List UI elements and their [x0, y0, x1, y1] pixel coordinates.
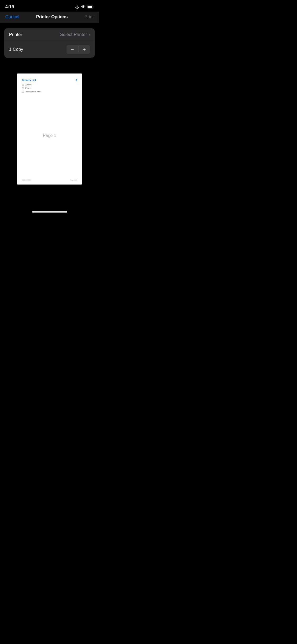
page-title: Printer Options: [36, 14, 68, 20]
home-indicator: [32, 211, 67, 213]
page-center: Page 1: [22, 94, 77, 177]
checkbox-icon: [22, 87, 24, 89]
doc-header: Grocery List 3: [22, 79, 77, 81]
list-item-text: Pears: [25, 87, 31, 89]
increment-button[interactable]: +: [78, 45, 90, 54]
document-preview-area: Grocery List 3 Apples Pears Take out the…: [0, 68, 99, 190]
doc-count: 3: [76, 79, 77, 81]
list-item: Apples: [22, 84, 77, 86]
footer-page-count: Page 1 of 1: [70, 179, 77, 181]
chevron-right-icon: ›: [88, 32, 90, 37]
copy-stepper[interactable]: − +: [67, 45, 90, 54]
select-printer-text: Select Printer: [60, 32, 87, 37]
page-footer: 2/1/21, 4:19 PM Page 1 of 1: [22, 177, 77, 181]
printer-value[interactable]: Select Printer ›: [60, 32, 90, 37]
printer-row[interactable]: Printer Select Printer ›: [4, 28, 95, 41]
print-button[interactable]: Print: [84, 14, 94, 20]
status-icons: [75, 5, 94, 9]
checkbox-icon: [22, 84, 24, 86]
list-item: Take out the trash: [22, 90, 77, 93]
copy-label: 1 Copy: [9, 47, 23, 52]
list-item: Pears: [22, 87, 77, 89]
status-time: 4:19: [5, 4, 14, 10]
page-preview: Grocery List 3 Apples Pears Take out the…: [17, 73, 82, 185]
svg-rect-1: [88, 6, 92, 8]
printer-options-card: Printer Select Printer › 1 Copy − +: [4, 28, 95, 58]
list-item-text: Apples: [25, 84, 31, 86]
wifi-icon: [81, 5, 86, 9]
list-item-text: Take out the trash: [25, 90, 41, 93]
printer-label: Printer: [9, 32, 22, 37]
page-number-label: Page 1: [43, 133, 56, 138]
battery-icon: [87, 5, 94, 9]
nav-bar: Cancel Printer Options Print: [0, 12, 99, 23]
cancel-button[interactable]: Cancel: [5, 14, 19, 20]
status-bar: 4:19: [0, 0, 99, 12]
airplane-icon: [75, 5, 79, 9]
doc-title: Grocery List: [22, 79, 36, 81]
checkbox-icon: [22, 91, 24, 93]
footer-date: 2/1/21, 4:19 PM: [22, 179, 31, 181]
copy-row: 1 Copy − +: [4, 41, 95, 58]
decrement-button[interactable]: −: [67, 45, 78, 54]
